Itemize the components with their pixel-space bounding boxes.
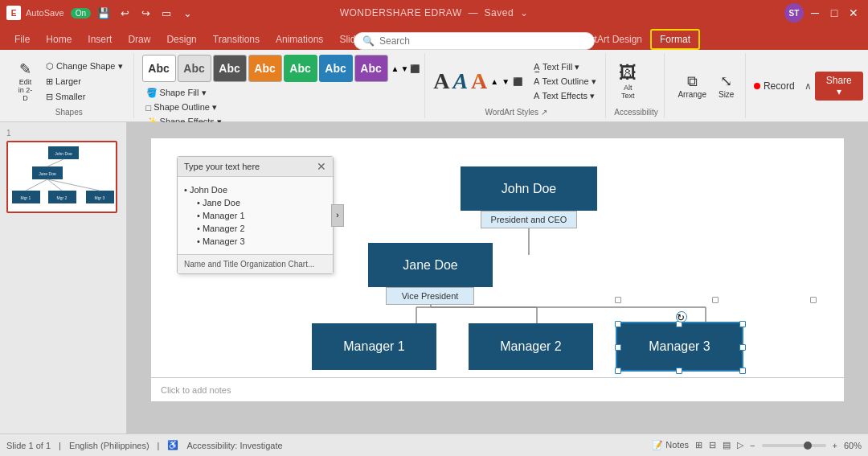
presenter-view-btn[interactable]: ▷ xyxy=(737,440,743,450)
arrange-icon: ⧉ xyxy=(687,73,698,90)
manager1-box[interactable]: Manager 1 xyxy=(312,323,436,370)
text-panel-close-btn[interactable]: ✕ xyxy=(317,160,326,173)
outer-handle-tr[interactable] xyxy=(810,297,817,303)
tab-format[interactable]: Format xyxy=(650,29,700,50)
tab-file[interactable]: File xyxy=(6,29,38,50)
text-effects-btn[interactable]: A Text Effects ▾ xyxy=(530,89,600,103)
shape-style-4[interactable]: Abc xyxy=(248,55,282,82)
john-doe-box[interactable]: John Doe xyxy=(461,166,597,211)
wordart-scroll-down[interactable]: ▼ xyxy=(502,77,510,86)
shape-style-1[interactable]: Abc xyxy=(142,55,176,82)
save-icon[interactable]: 💾 xyxy=(96,5,112,21)
tab-design[interactable]: Design xyxy=(158,29,204,50)
tab-draw[interactable]: Draw xyxy=(120,29,158,50)
redo-icon[interactable]: ↪ xyxy=(137,5,154,21)
share-label: Share ▾ xyxy=(823,75,855,97)
saved-label: Saved xyxy=(485,7,514,18)
president-title: President and CEO xyxy=(491,215,567,224)
slide-sorter-btn[interactable]: ⊟ xyxy=(709,440,716,450)
undo-icon[interactable]: ↩ xyxy=(117,5,133,21)
shape-style-7[interactable]: Abc xyxy=(354,55,388,82)
shape-style-3[interactable]: Abc xyxy=(213,55,247,82)
wordart-dialog-btn[interactable]: ↗ xyxy=(541,108,547,117)
record-button[interactable]: Record xyxy=(747,77,801,95)
user-avatar[interactable]: ST xyxy=(784,3,804,23)
wordart-expand[interactable]: ⬛ xyxy=(513,77,522,86)
slide-thumb-inner: John Doe Jane Doe Mgr 1 Mgr 2 Mgr 3 xyxy=(8,142,116,212)
size-btn[interactable]: ⤡ Size xyxy=(714,70,739,101)
jane-doe-box[interactable]: Jane Doe xyxy=(368,243,493,287)
text-panel-header: Type your text here ✕ xyxy=(178,157,333,177)
wordart-scroll-up[interactable]: ▲ xyxy=(490,77,498,86)
text-item-john[interactable]: • John Doe xyxy=(184,183,326,196)
shape-fill-btn[interactable]: 🪣 Shape Fill ▾ xyxy=(142,86,226,100)
shape-style-5[interactable]: Abc xyxy=(284,55,317,82)
present-icon[interactable]: ▭ xyxy=(158,5,174,21)
shape-styles-scroll-up[interactable]: ▲ xyxy=(391,64,399,73)
shape-outline-btn[interactable]: □ Shape Outline ▾ xyxy=(142,101,226,114)
text-item-mgr2[interactable]: • Manager 2 xyxy=(197,222,326,235)
zoom-level[interactable]: 60% xyxy=(844,441,862,450)
shape-styles-scroll-down[interactable]: ▼ xyxy=(400,64,408,73)
user-initials: ST xyxy=(789,9,800,18)
handle-mr[interactable] xyxy=(739,344,746,351)
manager3-box[interactable]: Manager 3 xyxy=(617,323,742,370)
text-item-mgr1[interactable]: • Manager 1 xyxy=(197,209,326,222)
alt-text-btn[interactable]: 🖼 AltText xyxy=(614,60,641,102)
tab-insert[interactable]: Insert xyxy=(80,29,120,50)
outer-handle-tm[interactable] xyxy=(712,297,719,303)
normal-view-btn[interactable]: ⊞ xyxy=(695,440,702,450)
close-btn[interactable]: ✕ xyxy=(845,5,862,21)
canvas-area: Type your text here ✕ • John Doe • Jane … xyxy=(127,122,868,433)
handle-ml[interactable] xyxy=(615,344,621,351)
arrange-content: ⧉ Arrange ⤡ Size xyxy=(673,55,739,117)
share-button[interactable]: Share ▾ xyxy=(815,72,863,101)
handle-tl[interactable] xyxy=(615,321,621,327)
slide-canvas[interactable]: Type your text here ✕ • John Doe • Jane … xyxy=(151,138,844,401)
zoom-in-btn[interactable]: + xyxy=(833,441,837,450)
tab-home[interactable]: Home xyxy=(38,29,80,50)
larger-btn[interactable]: ⊞ Larger xyxy=(42,75,126,88)
arrange-btn[interactable]: ⧉ Arrange xyxy=(673,71,711,101)
search-input[interactable] xyxy=(379,35,556,47)
handle-bm[interactable] xyxy=(676,368,682,374)
outer-handle-tl[interactable] xyxy=(615,297,621,303)
text-item-jane[interactable]: • Jane Doe xyxy=(197,196,326,209)
wordart-a-italic[interactable]: A xyxy=(452,68,468,94)
zoom-out-btn[interactable]: − xyxy=(750,441,755,450)
handle-bl[interactable] xyxy=(615,368,621,374)
handle-br[interactable] xyxy=(739,368,746,374)
shape-style-6[interactable]: Abc xyxy=(319,55,353,82)
tab-transitions[interactable]: Transitions xyxy=(205,29,268,50)
shape-style-2[interactable]: Abc xyxy=(178,55,211,82)
maximize-btn[interactable]: □ xyxy=(826,5,842,21)
smaller-btn[interactable]: ⊟ Smaller xyxy=(42,90,126,104)
rotate-handle[interactable]: ↻ xyxy=(676,311,687,322)
accessibility-label[interactable]: Accessibility: Investigate xyxy=(186,441,282,450)
shape-outline-icon: □ xyxy=(146,103,152,113)
handle-tr[interactable] xyxy=(739,321,746,327)
app-logo: E xyxy=(6,6,21,20)
slide-thumbnail-1[interactable]: John Doe Jane Doe Mgr 1 Mgr 2 Mgr 3 xyxy=(6,141,117,213)
tab-animations[interactable]: Animations xyxy=(268,29,331,50)
shape-styles-expand[interactable]: ⬛ xyxy=(410,64,420,73)
text-fill-btn[interactable]: A̲ Text Fill ▾ xyxy=(530,60,600,74)
change-shape-icon: ⬡ xyxy=(46,61,54,72)
minimize-btn[interactable]: ─ xyxy=(807,5,823,21)
edit-2d-btn[interactable]: ✎ Editin 2-D xyxy=(11,58,39,105)
manager2-box[interactable]: Manager 2 xyxy=(469,323,593,370)
reading-view-btn[interactable]: ▤ xyxy=(723,440,731,450)
panel-collapse-arrow[interactable]: › xyxy=(331,204,344,227)
wordart-a-gradient[interactable]: A xyxy=(471,68,487,94)
shapes-group-content: ✎ Editin 2-D ⬡ Change Shape ▾ ⊞ Larger ⊟… xyxy=(11,55,127,108)
wordart-content: A A A ▲ ▼ ⬛ A̲ Text Fill ▾ A Text Outlin… xyxy=(433,55,600,108)
zoom-slider[interactable] xyxy=(762,444,826,447)
notes-btn[interactable]: 📝 Notes xyxy=(652,440,689,450)
change-shape-btn[interactable]: ⬡ Change Shape ▾ xyxy=(42,60,126,73)
autosave-toggle[interactable]: On xyxy=(71,8,91,18)
text-outline-btn[interactable]: A Text Outline ▾ xyxy=(530,75,600,88)
more-icon[interactable]: ⌄ xyxy=(179,5,195,21)
wordart-a-plain[interactable]: A xyxy=(433,68,449,94)
ribbon-collapse-btn[interactable]: ∧ xyxy=(805,80,812,92)
text-item-mgr3[interactable]: • Manager 3 xyxy=(197,235,326,248)
